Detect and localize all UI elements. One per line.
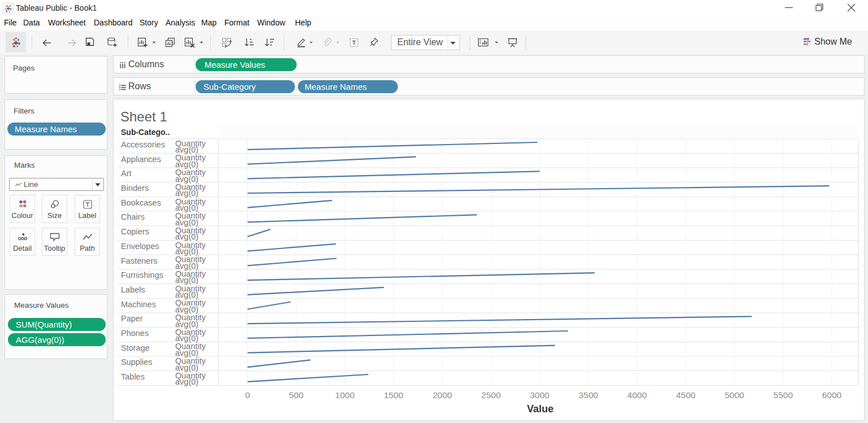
svg-text:6000: 6000	[822, 390, 842, 400]
svg-text:Appliances: Appliances	[121, 155, 161, 164]
svg-text:Chairs: Chairs	[121, 212, 145, 221]
svg-text:Tables: Tables	[121, 372, 145, 381]
svg-text:Furnishings: Furnishings	[121, 271, 163, 280]
svg-text:Copiers: Copiers	[121, 227, 149, 236]
svg-text:500: 500	[289, 390, 303, 400]
svg-text:Envelopes: Envelopes	[121, 242, 159, 251]
svg-text:avg(0): avg(0)	[175, 377, 198, 386]
svg-text:Art: Art	[121, 169, 132, 178]
svg-text:Machines: Machines	[121, 300, 156, 309]
svg-text:Bookcases: Bookcases	[121, 198, 161, 207]
svg-text:4500: 4500	[676, 390, 696, 400]
svg-text:5500: 5500	[774, 390, 793, 400]
svg-text:5000: 5000	[724, 390, 744, 400]
svg-text:2000: 2000	[432, 390, 452, 400]
svg-text:Storage: Storage	[121, 343, 150, 352]
svg-text:Accessories: Accessories	[121, 140, 165, 149]
svg-text:Paper: Paper	[121, 314, 143, 323]
svg-text:4000: 4000	[627, 390, 647, 400]
svg-text:1500: 1500	[384, 390, 403, 400]
svg-text:Phones: Phones	[121, 329, 149, 338]
svg-text:3000: 3000	[530, 390, 550, 400]
svg-text:Fasteners: Fasteners	[121, 256, 157, 265]
svg-text:2500: 2500	[481, 390, 501, 400]
svg-text:Supplies: Supplies	[121, 357, 153, 367]
svg-text:1000: 1000	[335, 390, 355, 400]
svg-text:Labels: Labels	[121, 285, 145, 294]
svg-text:Value: Value	[527, 403, 553, 415]
svg-text:Binders: Binders	[121, 184, 149, 193]
svg-text:3500: 3500	[579, 390, 598, 400]
svg-text:0: 0	[245, 390, 250, 400]
